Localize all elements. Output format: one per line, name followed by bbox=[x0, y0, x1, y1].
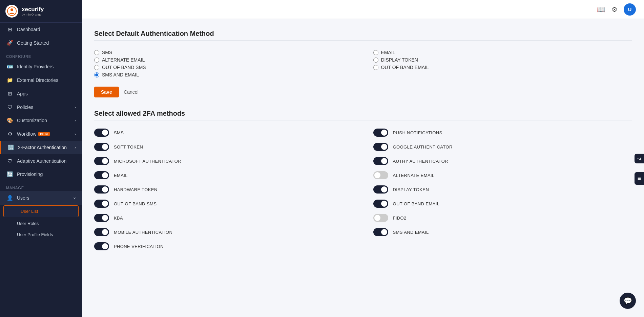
sidebar-sub-item-label: User Roles bbox=[17, 221, 39, 226]
sidebar-sub-item-user-profile-fields[interactable]: User Profile Fields bbox=[0, 229, 82, 240]
method-item-push-notif: PUSH NOTIFICATIONS bbox=[373, 129, 632, 137]
sidebar-item-label: Apps bbox=[17, 91, 28, 96]
users-icon: 👤 bbox=[6, 195, 14, 201]
method-item-sms: SMS bbox=[94, 129, 353, 137]
settings-icon[interactable]: ⚙ bbox=[611, 5, 618, 14]
sidebar-sub-item-user-roles[interactable]: User Roles bbox=[0, 218, 82, 229]
save-cancel-row: Save Cancel bbox=[94, 87, 632, 97]
toggle-alternate-email[interactable] bbox=[373, 171, 388, 179]
toggle-email[interactable] bbox=[94, 171, 109, 179]
radio-item-out-of-band-email: OUT OF BAND EMAIL bbox=[373, 64, 632, 71]
sidebar-sub-item-user-list[interactable]: User List bbox=[3, 205, 79, 217]
sidebar-sub-item-label: User Profile Fields bbox=[17, 232, 53, 237]
brand-sub: by miniOrange bbox=[22, 13, 44, 16]
customization-icon: 🎨 bbox=[6, 117, 14, 123]
toggle-authy-auth[interactable] bbox=[373, 157, 388, 165]
cancel-button[interactable]: Cancel bbox=[124, 89, 139, 95]
method-label-fido2: FIDO2 bbox=[393, 216, 407, 221]
radio-email-label[interactable]: EMAIL bbox=[381, 50, 395, 55]
radio-display-token-label[interactable]: DISPLAY TOKEN bbox=[381, 57, 418, 63]
radio-out-of-band-sms[interactable] bbox=[94, 65, 99, 70]
method-label-alternate-email: ALTERNATE EMAIL bbox=[393, 173, 435, 178]
help-button[interactable]: ? bbox=[635, 154, 644, 163]
policies-icon: 🛡 bbox=[6, 104, 14, 110]
radio-display-token[interactable] bbox=[373, 58, 378, 63]
toggle-microsoft-auth[interactable] bbox=[94, 157, 109, 165]
toggle-phone-verif[interactable] bbox=[94, 242, 109, 250]
save-button[interactable]: Save bbox=[94, 87, 119, 97]
method-item-soft-token: SOFT TOKEN bbox=[94, 143, 353, 151]
default-auth-radio-grid: SMS ALTERNATE EMAIL OUT OF BAND SMS SMS … bbox=[94, 49, 632, 78]
sidebar-item-getting-started[interactable]: 🚀 Getting Started bbox=[0, 36, 82, 50]
radio-out-of-band-email[interactable] bbox=[373, 65, 378, 70]
toggle-out-of-band-sms[interactable] bbox=[94, 200, 109, 208]
getting-started-icon: 🚀 bbox=[6, 40, 14, 46]
method-item-email-m: EMAIL bbox=[94, 171, 353, 179]
methods-left-col: SMS SOFT TOKEN MICROSOFT AUTHENTICATOR E… bbox=[94, 129, 353, 256]
radio-sms-and-email-label[interactable]: SMS AND EMAIL bbox=[102, 72, 139, 77]
toggle-mobile-auth[interactable] bbox=[94, 228, 109, 236]
radio-item-alternate-email: ALTERNATE EMAIL bbox=[94, 56, 353, 64]
sidebar-item-label: Dashboard bbox=[17, 27, 40, 32]
radio-sms-and-email[interactable] bbox=[94, 72, 99, 77]
radio-alternate-email-label[interactable]: ALTERNATE EMAIL bbox=[102, 57, 145, 63]
toggle-display-token[interactable] bbox=[373, 185, 388, 194]
toggle-sms-and-email[interactable] bbox=[373, 228, 388, 236]
radio-item-sms: SMS bbox=[94, 49, 353, 56]
sidebar-item-workflow[interactable]: ⚙ Workflow BETA › bbox=[0, 127, 82, 141]
floating-menu-button[interactable]: ≡ bbox=[635, 172, 644, 185]
sidebar-item-customization[interactable]: 🎨 Customization › bbox=[0, 114, 82, 127]
method-item-alternate-email-m: ALTERNATE EMAIL bbox=[373, 171, 632, 179]
radio-email[interactable] bbox=[373, 50, 378, 55]
sidebar-item-identity-providers[interactable]: 🪪 Identity Providers bbox=[0, 60, 82, 73]
sidebar-item-users[interactable]: 👤 Users ∨ bbox=[0, 191, 82, 205]
radio-out-of-band-email-label[interactable]: OUT OF BAND EMAIL bbox=[381, 65, 429, 70]
method-item-google-auth: GOOGLE AUTHENTICATOR bbox=[373, 143, 632, 151]
svg-point-1 bbox=[11, 8, 13, 11]
toggle-push-notif[interactable] bbox=[373, 129, 388, 137]
sidebar-item-2fa[interactable]: 🔢 2-Factor Authentication › bbox=[0, 141, 82, 154]
sidebar-item-label: Identity Providers bbox=[17, 64, 54, 69]
method-label-hardware-token: HARDWARE TOKEN bbox=[114, 187, 158, 192]
method-item-microsoft-auth: MICROSOFT AUTHENTICATOR bbox=[94, 157, 353, 165]
radio-item-display-token: DISPLAY TOKEN bbox=[373, 56, 632, 64]
sidebar-item-adaptive-auth[interactable]: 🛡 Adaptive Authentication bbox=[0, 154, 82, 167]
adaptive-auth-icon: 🛡 bbox=[6, 158, 14, 164]
toggle-out-of-band-email[interactable] bbox=[373, 200, 388, 208]
sidebar-item-apps[interactable]: ⊞ Apps bbox=[0, 87, 82, 100]
sidebar-item-provisioning[interactable]: 🔄 Provisioning bbox=[0, 167, 82, 181]
help-icon: ? bbox=[637, 157, 642, 160]
chat-icon: 💬 bbox=[624, 297, 632, 305]
logo-icon bbox=[5, 5, 18, 18]
method-item-hardware-token: HARDWARE TOKEN bbox=[94, 185, 353, 194]
avatar[interactable]: U bbox=[624, 3, 636, 16]
radio-sms[interactable] bbox=[94, 50, 99, 55]
book-icon[interactable]: 📖 bbox=[597, 5, 605, 14]
radio-sms-label[interactable]: SMS bbox=[102, 50, 112, 55]
method-item-out-of-band-sms-m: OUT OF BAND SMS bbox=[94, 200, 353, 208]
method-item-out-of-band-email-m: OUT OF BAND EMAIL bbox=[373, 200, 632, 208]
radio-item-out-of-band-sms: OUT OF BAND SMS bbox=[94, 64, 353, 71]
sidebar-item-dashboard[interactable]: ⊞ Dashboard bbox=[0, 23, 82, 36]
toggle-soft-token[interactable] bbox=[94, 143, 109, 151]
sidebar-item-policies[interactable]: 🛡 Policies › bbox=[0, 100, 82, 114]
radio-item-email: EMAIL bbox=[373, 49, 632, 56]
radio-options-left: SMS ALTERNATE EMAIL OUT OF BAND SMS SMS … bbox=[94, 49, 353, 78]
radio-out-of-band-sms-label[interactable]: OUT OF BAND SMS bbox=[102, 65, 146, 70]
method-item-mobile-auth: MOBILE AUTHENTICATION bbox=[94, 228, 353, 236]
sidebar-item-external-directories[interactable]: 📁 External Directories bbox=[0, 73, 82, 87]
toggle-hardware-token[interactable] bbox=[94, 185, 109, 194]
method-label-display-token: DISPLAY TOKEN bbox=[393, 187, 429, 192]
toggle-kba[interactable] bbox=[94, 214, 109, 222]
toggle-google-auth[interactable] bbox=[373, 143, 388, 151]
radio-options-right: EMAIL DISPLAY TOKEN OUT OF BAND EMAIL bbox=[373, 49, 632, 78]
method-label-out-of-band-sms: OUT OF BAND SMS bbox=[114, 201, 157, 206]
sidebar-item-label: External Directories bbox=[17, 77, 58, 83]
method-item-sms-and-email-m: SMS AND EMAIL bbox=[373, 228, 632, 236]
logo-area: xecurify by miniOrange bbox=[0, 0, 82, 23]
toggle-fido2[interactable] bbox=[373, 214, 388, 222]
method-item-kba: KBA bbox=[94, 214, 353, 222]
chat-button[interactable]: 💬 bbox=[620, 293, 636, 309]
radio-alternate-email[interactable] bbox=[94, 58, 99, 63]
toggle-sms[interactable] bbox=[94, 129, 109, 137]
